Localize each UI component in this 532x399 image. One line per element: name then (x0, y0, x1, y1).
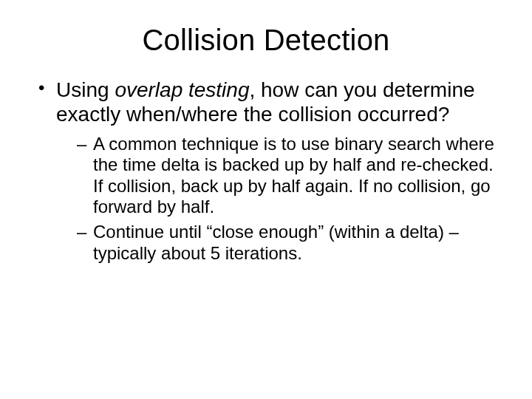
bullet-list: Using overlap testing, how can you deter… (35, 78, 502, 264)
sub-bullet-item: Continue until “close enough” (within a … (77, 222, 502, 264)
slide: Collision Detection Using overlap testin… (0, 0, 532, 399)
bullet-text-italic: overlap testing (115, 78, 249, 101)
bullet-text-pre: Using (56, 78, 115, 101)
sub-bullet-list: A common technique is to use binary sear… (77, 134, 502, 264)
sub-bullet-item: A common technique is to use binary sear… (77, 134, 502, 217)
slide-title: Collision Detection (30, 24, 502, 57)
bullet-item: Using overlap testing, how can you deter… (35, 78, 502, 264)
